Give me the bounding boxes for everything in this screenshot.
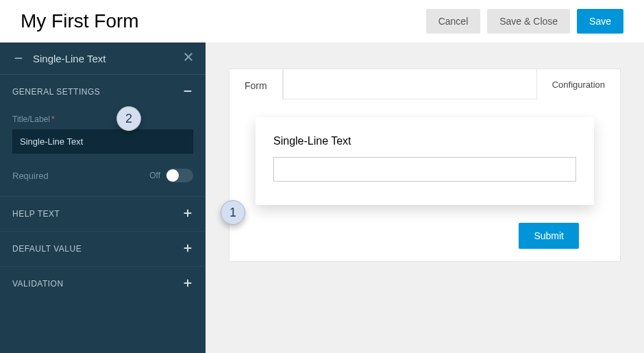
- plus-icon: [182, 276, 193, 291]
- required-asterisk: *: [51, 114, 55, 124]
- sidebar-component-title: Single-Line Text: [33, 53, 106, 64]
- required-row: Required Off: [12, 169, 193, 182]
- cancel-button[interactable]: Cancel: [426, 9, 481, 34]
- section-validation[interactable]: Validation: [0, 266, 206, 301]
- panel-tabs: Form Configuration: [230, 69, 620, 99]
- collapse-icon[interactable]: [12, 52, 25, 64]
- title-label-text: Title/Label: [12, 114, 50, 124]
- section-heading: Help Text: [12, 209, 60, 219]
- toggle-knob: [166, 169, 179, 182]
- submit-row: Submit: [256, 223, 594, 249]
- top-actions: Cancel Save & Close Save: [426, 9, 623, 34]
- section-heading: Validation: [12, 279, 64, 289]
- plus-icon: [182, 241, 193, 256]
- field-label: Single-Line Text: [273, 135, 576, 147]
- required-toggle[interactable]: [166, 169, 193, 182]
- minus-icon: [182, 84, 193, 99]
- section-default-value[interactable]: Default Value: [0, 231, 206, 266]
- properties-sidebar: Single-Line Text General Settings Title/…: [0, 42, 206, 353]
- tab-form[interactable]: Form: [230, 69, 283, 99]
- tab-configuration[interactable]: Configuration: [536, 69, 620, 99]
- top-bar: My First Form Cancel Save & Close Save: [0, 0, 644, 42]
- save-close-button[interactable]: Save & Close: [487, 9, 570, 34]
- panel-body: Single-Line Text Submit: [230, 99, 620, 261]
- callout-badge-1: 1: [221, 200, 245, 225]
- section-heading: General Settings: [12, 87, 100, 97]
- sidebar-header: Single-Line Text: [0, 42, 206, 75]
- section-help-text[interactable]: Help Text: [0, 196, 206, 231]
- title-input[interactable]: [12, 130, 193, 154]
- required-state-text: Off: [149, 171, 160, 180]
- tab-spacer: [283, 69, 536, 99]
- plus-icon: [182, 206, 193, 221]
- required-toggle-wrap: Off: [149, 169, 193, 182]
- title-label: Title/Label*: [12, 114, 193, 124]
- form-canvas: Form Configuration Single-Line Text Subm…: [206, 42, 644, 353]
- page-title: My First Form: [21, 10, 139, 32]
- field-card[interactable]: Single-Line Text: [256, 117, 594, 205]
- submit-button[interactable]: Submit: [519, 223, 579, 249]
- section-heading: Default Value: [12, 244, 82, 254]
- main-area: Single-Line Text General Settings Title/…: [0, 42, 644, 353]
- required-label: Required: [12, 171, 49, 181]
- close-icon[interactable]: [182, 51, 195, 66]
- form-panel: Form Configuration Single-Line Text Subm…: [229, 69, 621, 262]
- section-general-settings[interactable]: General Settings: [0, 75, 206, 109]
- callout-badge-2: 2: [116, 106, 141, 131]
- single-line-text-input[interactable]: [273, 157, 576, 182]
- save-button[interactable]: Save: [577, 9, 623, 34]
- section-general-body: Title/Label* Required Off: [0, 109, 206, 196]
